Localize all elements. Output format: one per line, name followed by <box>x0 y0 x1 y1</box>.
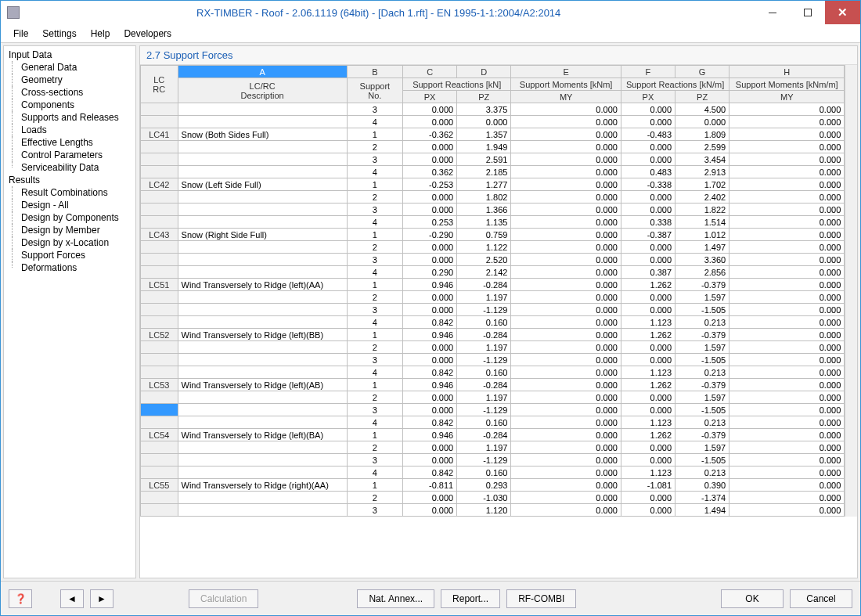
cell[interactable]: 2 <box>347 291 402 304</box>
cell[interactable]: 0.000 <box>511 354 621 366</box>
cell[interactable]: -1.505 <box>675 454 730 467</box>
cell[interactable]: 0.000 <box>730 416 845 429</box>
cell[interactable]: 2 <box>347 241 402 254</box>
cell[interactable]: 0.000 <box>511 204 621 216</box>
cell[interactable] <box>178 441 347 454</box>
cell[interactable]: 1.122 <box>457 241 511 254</box>
cell[interactable]: 0.000 <box>511 153 621 166</box>
cell[interactable]: 0.000 <box>511 441 621 454</box>
cell[interactable]: 0.000 <box>621 241 675 254</box>
col-px[interactable]: PX <box>403 91 457 103</box>
table-row[interactable]: 20.0001.9490.0000.0002.5990.000 <box>141 141 845 153</box>
cell[interactable]: 0.000 <box>621 391 675 404</box>
cell[interactable]: 0.213 <box>675 316 730 329</box>
cell[interactable]: -0.290 <box>403 229 457 241</box>
cell[interactable]: Wind Transversely to Ridge (left)(AB) <box>178 379 347 391</box>
report-button[interactable]: Report... <box>441 589 500 608</box>
cell[interactable] <box>141 467 178 479</box>
cell[interactable]: 0.000 <box>730 391 845 404</box>
cell[interactable]: 0.000 <box>511 416 621 429</box>
cell[interactable]: 1 <box>347 429 402 441</box>
cell[interactable]: 0.000 <box>511 379 621 391</box>
menu-developers[interactable]: Developers <box>117 26 178 41</box>
cell[interactable]: 0.000 <box>730 354 845 366</box>
rf-combi-button[interactable]: RF-COMBI <box>506 589 576 608</box>
table-row[interactable]: LC42Snow (Left Side Full)1-0.2531.2770.0… <box>141 178 845 191</box>
cell[interactable]: 0.000 <box>403 141 457 153</box>
cell[interactable]: 2.599 <box>675 141 730 153</box>
cell[interactable]: -0.253 <box>403 178 457 191</box>
cell[interactable]: 0.213 <box>675 366 730 379</box>
cell[interactable]: 0.000 <box>730 504 845 517</box>
cell[interactable]: 0.000 <box>621 454 675 467</box>
cell[interactable]: 1.366 <box>457 204 511 216</box>
cell[interactable]: -1.030 <box>457 492 511 504</box>
cell[interactable]: 1.197 <box>457 291 511 304</box>
cell[interactable] <box>141 103 178 116</box>
cell[interactable]: 1.277 <box>457 178 511 191</box>
cell[interactable]: 2 <box>347 191 402 204</box>
cell[interactable]: 1.597 <box>675 291 730 304</box>
cell[interactable]: 0.000 <box>511 504 621 517</box>
table-row[interactable]: LC53Wind Transversely to Ridge (left)(AB… <box>141 379 845 391</box>
cell[interactable] <box>178 191 347 204</box>
cell[interactable]: 1.262 <box>621 329 675 341</box>
cell[interactable]: 0.000 <box>621 304 675 316</box>
cell[interactable]: 0.000 <box>730 204 845 216</box>
cell[interactable]: 0.000 <box>403 391 457 404</box>
cell[interactable]: 0.253 <box>403 216 457 229</box>
cell[interactable]: 0.000 <box>730 103 845 116</box>
cell[interactable]: 0.000 <box>730 404 845 416</box>
cell[interactable]: 0.000 <box>675 116 730 128</box>
cell[interactable] <box>178 416 347 429</box>
cell[interactable]: 4 <box>347 467 402 479</box>
cell[interactable]: 0.000 <box>403 404 457 416</box>
cell[interactable]: 4 <box>347 166 402 178</box>
cell[interactable]: 1.262 <box>621 429 675 441</box>
cell[interactable]: 0.000 <box>511 191 621 204</box>
nav-item[interactable]: Support Forces <box>4 249 135 261</box>
cell[interactable]: 0.290 <box>403 266 457 279</box>
col-my2[interactable]: MY <box>730 91 845 103</box>
table-row[interactable]: 20.0001.1970.0000.0001.5970.000 <box>141 341 845 354</box>
nav-item[interactable]: General Data <box>4 61 135 74</box>
cell[interactable]: 0.000 <box>730 441 845 454</box>
cell[interactable]: 0.000 <box>511 329 621 341</box>
cell[interactable]: 0.946 <box>403 429 457 441</box>
cell[interactable] <box>141 454 178 467</box>
cell[interactable] <box>178 241 347 254</box>
cell[interactable]: -0.284 <box>457 429 511 441</box>
cell[interactable] <box>178 291 347 304</box>
cell[interactable]: 0.160 <box>457 416 511 429</box>
cell[interactable]: LC51 <box>141 279 178 291</box>
cell[interactable]: 0.000 <box>730 241 845 254</box>
table-row[interactable]: 30.000-1.1290.0000.000-1.5050.000 <box>141 304 845 316</box>
cell[interactable]: 2 <box>347 441 402 454</box>
cell[interactable]: 0.000 <box>511 128 621 141</box>
cell[interactable]: 0.000 <box>511 279 621 291</box>
help-button[interactable]: ❓ <box>9 589 32 608</box>
cell[interactable]: 3 <box>347 103 402 116</box>
cell[interactable]: 0.000 <box>621 191 675 204</box>
cell[interactable]: -1.505 <box>675 404 730 416</box>
table-row[interactable]: 20.0001.8020.0000.0002.4020.000 <box>141 191 845 204</box>
cell[interactable]: LC54 <box>141 429 178 441</box>
cell[interactable] <box>178 366 347 379</box>
cell[interactable]: LC42 <box>141 178 178 191</box>
nav-item[interactable]: Deformations <box>4 261 135 274</box>
cell[interactable]: 2 <box>347 141 402 153</box>
cell[interactable]: LC41 <box>141 128 178 141</box>
table-row[interactable]: 40.3622.1850.0000.4832.9130.000 <box>141 166 845 178</box>
table-row[interactable]: 30.0002.5910.0000.0003.4540.000 <box>141 153 845 166</box>
cell[interactable]: 0.000 <box>403 341 457 354</box>
cell[interactable]: 1.123 <box>621 316 675 329</box>
cell[interactable]: 0.483 <box>621 166 675 178</box>
cell[interactable]: Snow (Left Side Full) <box>178 178 347 191</box>
cell[interactable]: 1.597 <box>675 441 730 454</box>
cell[interactable]: 0.338 <box>621 216 675 229</box>
cell[interactable]: 0.000 <box>730 266 845 279</box>
cell[interactable]: 0.000 <box>511 467 621 479</box>
cell[interactable] <box>141 354 178 366</box>
cell[interactable]: 3 <box>347 354 402 366</box>
cell[interactable]: 2.856 <box>675 266 730 279</box>
